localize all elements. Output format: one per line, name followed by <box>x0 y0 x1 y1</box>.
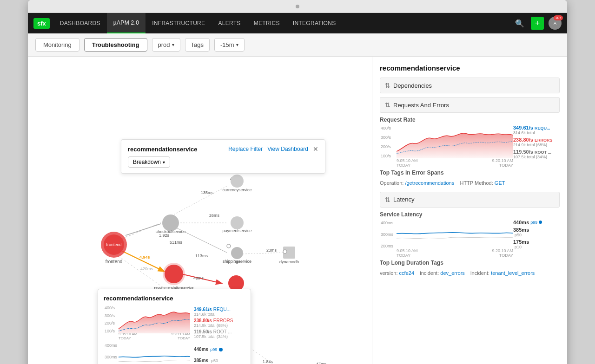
chevron-down-icon: ▾ <box>172 42 174 47</box>
http-method-link[interactable]: GET <box>495 180 505 186</box>
svg-point-48 <box>227 244 231 248</box>
requests-errors-section-header[interactable]: ⇅ Requests And Errors <box>380 97 560 113</box>
svg-text:420ms: 420ms <box>140 266 153 271</box>
service-detail-popup: recommendationservice Replace Filter Vie… <box>121 139 325 174</box>
chart-y-labels: 400/s 300/s 200/s 100/s <box>380 126 397 158</box>
nav-item-alerts[interactable]: ALERTS <box>212 13 247 33</box>
svg-text:49ms: 49ms <box>193 276 204 280</box>
chevron-down-icon-2: ▾ <box>236 42 238 47</box>
popup-header: recommendationservice Replace Filter Vie… <box>128 145 318 153</box>
chart-x-labels: 9:05:10 AM TODAY 9:20:10 AM TODAY <box>397 158 513 168</box>
tags-dropdown[interactable]: Tags <box>185 38 210 52</box>
request-rate-chart: 400/s 300/s 200/s 100/s <box>380 126 560 168</box>
svg-text:paymentservice: paymentservice <box>222 228 251 233</box>
svg-point-28 <box>162 214 179 231</box>
svg-point-32 <box>231 175 244 188</box>
nav-item-infrastructure[interactable]: INFRASTRUCTURE <box>145 13 212 33</box>
svg-point-30 <box>231 216 244 229</box>
tab-monitoring[interactable]: Monitoring <box>35 38 79 52</box>
chart-legend: 349.61/s REQU... 314.6k total 238.80/s E… <box>513 126 558 158</box>
browser-chrome <box>28 0 567 13</box>
add-icon[interactable]: + <box>531 17 544 30</box>
operation-link[interactable]: /getrecommendations <box>405 180 454 186</box>
avatar-badge: 10+ <box>554 15 563 20</box>
nav-item-dashboards[interactable]: DASHBOARDS <box>53 13 107 33</box>
svg-text:26ms: 26ms <box>209 213 220 218</box>
sfx-logo: sfx <box>33 18 50 29</box>
latency-svg-wrapper <box>397 221 513 248</box>
main-content: recommendationservice Replace Filter Vie… <box>28 57 567 364</box>
svg-line-0 <box>119 223 161 240</box>
svg-text:frontend: frontend <box>106 259 123 264</box>
latency-section-header[interactable]: ⇅ Latency <box>380 192 560 208</box>
svg-text:113ms: 113ms <box>195 254 208 258</box>
latency-y-labels: 400ms 300ms 200ms <box>380 221 397 248</box>
right-panel-title: recommendationservice <box>380 64 560 72</box>
nav-icons: 🔍 + A 10+ <box>513 17 562 30</box>
svg-text:1.84s: 1.84s <box>263 359 273 364</box>
nav-item-metrics[interactable]: METRICS <box>247 13 286 33</box>
svg-text:currencyservice: currencyservice <box>222 188 251 192</box>
close-icon[interactable]: ✕ <box>313 145 318 153</box>
dependencies-section-header[interactable]: ⇅ Dependencies <box>380 78 560 93</box>
chart-svg-wrapper <box>397 126 513 158</box>
top-tags-title: Top Tags in Error Spans <box>380 169 560 176</box>
expand-icon-3: ⇅ <box>385 196 390 203</box>
right-panel: recommendationservice ⇅ Dependencies ⇅ R… <box>372 57 567 364</box>
svg-text:dynamodb: dynamodb <box>279 260 299 264</box>
search-icon[interactable]: 🔍 <box>513 17 526 30</box>
toolbar: Monitoring Troubleshooting prod ▾ Tags -… <box>28 33 567 57</box>
incident-link-1[interactable]: dev_errors <box>440 270 465 276</box>
latency-x-labels: 9:05:10 AM TODAY 9:20:10 AM TODAY <box>397 248 513 258</box>
p99-dot <box>539 221 542 224</box>
graph-panel: recommendationservice Replace Filter Vie… <box>28 57 372 364</box>
avatar[interactable]: A 10+ <box>549 17 562 30</box>
svg-text:47ms: 47ms <box>316 362 327 364</box>
top-nav: sfx DASHBOARDS µAPM 2.0 INFRASTRUCTURE A… <box>28 13 567 33</box>
replace-filter-link[interactable]: Replace Filter <box>228 146 263 152</box>
svg-text:4.94s: 4.94s <box>139 255 150 260</box>
tags-area: Operation: /getrecommendations HTTP Meth… <box>380 179 560 188</box>
breakdown-dropdown[interactable]: Breakdown ▾ <box>128 156 170 168</box>
expand-icon: ⇅ <box>385 82 390 89</box>
service-latency-title: Service Latency <box>380 211 560 218</box>
popup-links: Replace Filter View Dashboard ✕ <box>228 145 318 153</box>
expand-icon-2: ⇅ <box>385 101 390 109</box>
svg-line-5 <box>243 253 284 254</box>
svg-text:frontend: frontend <box>106 242 121 247</box>
svg-text:checkoutservice: checkoutservice <box>156 229 186 234</box>
incident-link-2[interactable]: tenant_level_errors <box>491 270 535 276</box>
popup-service-name: recommendationservice <box>128 146 198 153</box>
nav-item-integrations[interactable]: INTEGRATIONS <box>286 13 343 33</box>
svg-point-34 <box>231 247 243 259</box>
browser-frame: sfx DASHBOARDS µAPM 2.0 INFRASTRUCTURE A… <box>28 0 567 364</box>
svg-text:23ms: 23ms <box>266 248 277 253</box>
svg-point-49 <box>283 250 287 254</box>
latency-content: Service Latency 400ms 300ms 200ms <box>380 211 560 278</box>
version-link[interactable]: ccfe24 <box>399 270 414 276</box>
nav-item-apm[interactable]: µAPM 2.0 <box>107 13 145 33</box>
svg-text:shippingservice: shippingservice <box>223 259 251 264</box>
time-dropdown[interactable]: -15m ▾ <box>214 38 245 52</box>
top-duration-title: Top Long Duration Tags <box>380 260 560 266</box>
bottom-tags: version: ccfe24 incident: dev_errors inc… <box>380 269 560 278</box>
requests-errors-content: Request Rate 400/s 300/s 200/s 100/s <box>380 117 560 188</box>
view-dashboard-link[interactable]: View Dashboard <box>267 146 308 152</box>
breakdown-chevron-icon: ▾ <box>163 160 165 165</box>
tooltip-popup: recommendationservice 400/s 300/s 200/s … <box>98 289 251 364</box>
env-dropdown[interactable]: prod ▾ <box>152 38 180 52</box>
latency-chart: 400ms 300ms 200ms 9:05:10 AM TODAY <box>380 221 560 258</box>
svg-text:511ms: 511ms <box>170 240 183 245</box>
latency-legend: 440ms p99 385ms p50 175ms p10 <box>513 221 558 248</box>
tab-troubleshooting[interactable]: Troubleshooting <box>84 38 147 52</box>
tooltip-title: recommendationservice <box>104 295 245 302</box>
svg-text:135ms: 135ms <box>201 190 214 195</box>
browser-circle <box>296 5 299 8</box>
request-rate-title: Request Rate <box>380 117 560 123</box>
svg-point-39 <box>165 265 183 283</box>
